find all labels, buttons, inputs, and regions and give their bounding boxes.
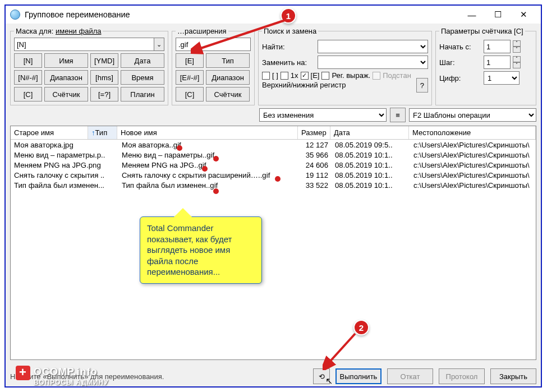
btn-hms-label[interactable]: Время xyxy=(121,70,164,85)
counter-legend: Параметры счётчика [C] xyxy=(439,27,525,35)
cell-loc: c:\Users\Alex\Pictures\Скриншоты\ xyxy=(410,171,536,179)
filename-mask-group: Маска для: имени файла ⌄ [N] Имя [YMD] Д… xyxy=(10,27,168,105)
close-button[interactable]: ✕ xyxy=(511,6,536,23)
file-table: Старое имя ↑Тип Новое имя Размер Дата Ме… xyxy=(10,126,536,360)
case-select[interactable]: Без изменения xyxy=(259,108,387,122)
btn-e-range[interactable]: [E#-#] xyxy=(176,70,204,85)
btn-plugin[interactable]: [=?] xyxy=(90,87,118,102)
table-row[interactable]: Моя аваторка.jpgМоя аваторка..gif12 1270… xyxy=(11,140,536,150)
btn-ymd-label[interactable]: Дата xyxy=(121,53,164,68)
chk-1x[interactable] xyxy=(281,72,288,80)
btn-n-label[interactable]: Имя xyxy=(44,53,88,68)
cell-old: Меню вид – параметры.p.. xyxy=(11,151,112,159)
badge-1: 1 xyxy=(281,8,296,24)
btn-ymd[interactable]: [YMD] xyxy=(90,53,118,68)
th-loc[interactable]: Местоположение xyxy=(409,126,536,139)
table-row[interactable]: Снять галочку с скрытия ..Снять галочку … xyxy=(11,170,536,180)
btn-e[interactable]: [E] xyxy=(176,53,204,68)
find-replace-legend: Поиск и замена xyxy=(262,27,318,35)
run-button[interactable]: Выполнить xyxy=(335,368,381,384)
btn-c-label[interactable]: Счётчик xyxy=(44,87,88,102)
content: Маска для: имени файла ⌄ [N] Имя [YMD] Д… xyxy=(6,24,541,360)
filename-mask-legend: Маска для: имени файла xyxy=(14,27,103,35)
window-title: Групповое переименование xyxy=(25,10,459,19)
start-up[interactable]: ˄ xyxy=(513,40,521,47)
cell-new: Меняем PNG на JPG..gif xyxy=(118,161,299,169)
cell-date: 08.05.2019 10:1.. xyxy=(332,151,410,159)
btn-ext-c-label[interactable]: Счётчик xyxy=(206,87,250,102)
cell-size: 24 606 xyxy=(299,161,332,169)
cell-new: Тип файла был изменен..gif xyxy=(118,181,299,190)
filename-mask-input[interactable] xyxy=(14,38,154,51)
cell-date: 08.05.2019 09:5.. xyxy=(332,141,410,149)
step-up[interactable]: ˄ xyxy=(513,56,521,62)
cell-loc: c:\Users\Alex\Pictures\Скриншоты\ xyxy=(410,161,536,169)
btn-n-range[interactable]: [N#-#] xyxy=(14,70,42,85)
cell-date: 08.05.2019 10:1.. xyxy=(332,171,410,179)
cell-size: 33 522 xyxy=(299,181,332,190)
btn-e-label[interactable]: Тип xyxy=(206,53,250,68)
log-button[interactable]: Протокол xyxy=(439,368,485,384)
badge-2: 2 xyxy=(353,320,369,335)
btn-n-range-label[interactable]: Диапазон xyxy=(44,70,88,85)
th-new[interactable]: Новое имя xyxy=(117,126,298,139)
btn-n[interactable]: [N] xyxy=(14,53,42,68)
table-body: Моя аваторка.jpgМоя аваторка..gif12 1270… xyxy=(11,140,536,190)
chk-e[interactable]: ✓ xyxy=(301,72,309,80)
chk-brackets[interactable] xyxy=(262,72,270,80)
cell-old: Снять галочку с скрытия .. xyxy=(11,171,112,179)
cell-loc: c:\Users\Alex\Pictures\Скриншоты\ xyxy=(410,151,536,159)
table-row[interactable]: Тип файла был изменен...Тип файла был из… xyxy=(11,180,536,190)
cell-new: Меню вид – параметры..gif xyxy=(118,151,299,159)
btn-c[interactable]: [C] xyxy=(14,87,42,102)
btn-plugin-label[interactable]: Плагин xyxy=(121,87,164,102)
cell-size: 35 966 xyxy=(299,151,332,159)
find-input[interactable] xyxy=(318,40,428,53)
th-size[interactable]: Размер xyxy=(298,126,330,139)
cell-date: 08.05.2019 10:1.. xyxy=(332,181,410,190)
close-dialog-button[interactable]: Закрыть xyxy=(490,368,536,384)
digits-select[interactable]: 1 xyxy=(484,71,520,85)
digits-label: Цифр: xyxy=(439,74,481,82)
th-type[interactable]: ↑Тип xyxy=(88,126,117,139)
maximize-button[interactable]: ☐ xyxy=(485,6,511,23)
cell-size: 19 112 xyxy=(299,171,332,179)
start-input[interactable] xyxy=(484,40,511,53)
app-icon xyxy=(10,10,20,20)
filename-mask-dropdown[interactable]: ⌄ xyxy=(154,38,164,51)
watermark: +OCOMP.info ВОПРОСЫ АДМИНУ xyxy=(16,366,109,386)
table-row[interactable]: Меню вид – параметры.p..Меню вид – парам… xyxy=(11,150,536,160)
table-row[interactable]: Меняем PNG на JPG.pngМеняем PNG на JPG..… xyxy=(11,160,536,170)
rename-window: Групповое переименование — ☐ ✕ Маска для… xyxy=(4,4,542,388)
annotation-dot xyxy=(213,188,219,194)
annotation-dot xyxy=(275,176,281,182)
start-down[interactable]: ˅ xyxy=(513,47,521,53)
btn-ext-c[interactable]: [C] xyxy=(176,87,204,102)
step-down[interactable]: ˅ xyxy=(513,62,521,68)
cell-old: Тип файла был изменен... xyxy=(11,181,112,190)
annotation-dot xyxy=(177,145,182,151)
help-button[interactable]: ? xyxy=(416,78,428,93)
ext-mask-group: …расширения [E] Тип [E#-#] Диапазон [C] … xyxy=(172,27,255,105)
chk-subst[interactable] xyxy=(373,72,380,80)
th-date[interactable]: Дата xyxy=(330,126,409,139)
cell-new: Моя аваторка..gif xyxy=(118,141,299,149)
th-old[interactable]: Старое имя xyxy=(11,126,88,139)
cell-size: 12 127 xyxy=(299,141,332,149)
btn-e-range-label[interactable]: Диапазон xyxy=(206,70,250,85)
undo-button[interactable]: Откат xyxy=(387,368,433,384)
replace-input[interactable] xyxy=(318,56,428,69)
titlebar: Групповое переименование — ☐ ✕ xyxy=(6,6,541,24)
case-legend: Верхний/нижний регистр xyxy=(262,81,428,89)
ext-mask-input[interactable] xyxy=(176,38,251,51)
btn-hms[interactable]: [hms] xyxy=(90,70,118,85)
minimize-button[interactable]: — xyxy=(459,6,485,23)
step-label: Шаг: xyxy=(439,58,481,67)
chk-regex[interactable] xyxy=(321,72,329,80)
cell-loc: c:\Users\Alex\Pictures\Скриншоты\ xyxy=(410,181,536,190)
step-input[interactable] xyxy=(484,56,511,69)
cell-date: 08.05.2019 10:1.. xyxy=(332,161,410,169)
f2-templates[interactable]: F2 Шаблоны операции xyxy=(409,108,536,122)
opt-btn-1[interactable]: ≡ xyxy=(390,108,406,122)
cell-old: Моя аваторка.jpg xyxy=(11,141,112,149)
